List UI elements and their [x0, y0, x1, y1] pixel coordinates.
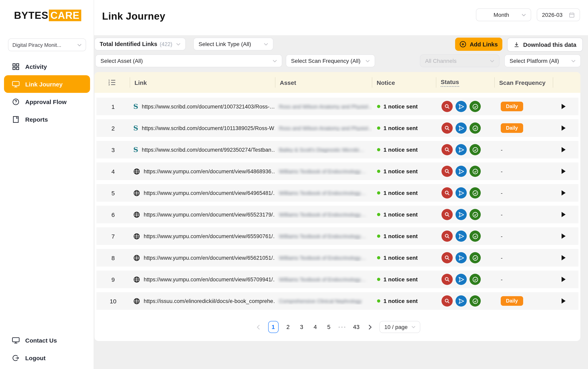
pagination-page-2[interactable]: 2: [284, 321, 292, 333]
check-circle-icon: [472, 255, 478, 261]
link-url[interactable]: https://www.scribd.com/document/10113890…: [142, 125, 275, 131]
scan-status-icon[interactable]: [442, 231, 453, 242]
scan-status-icon[interactable]: [442, 187, 453, 198]
play-icon: [561, 277, 566, 282]
status-column-header[interactable]: Status: [436, 72, 494, 93]
row-number: 8: [96, 254, 130, 261]
notice-sent-status-icon[interactable]: [455, 252, 467, 263]
notice-sent-status-icon[interactable]: [455, 231, 467, 242]
expand-row-button[interactable]: [553, 147, 578, 153]
expand-row-button[interactable]: [553, 298, 578, 304]
add-links-button[interactable]: Add Links: [455, 38, 502, 51]
pagination-page-4[interactable]: 4: [311, 321, 319, 333]
total-links-filter[interactable]: Total Identified Links(422): [94, 38, 186, 51]
link-url[interactable]: https://issuu.com/elinoredickiil/docs/e-…: [144, 298, 275, 304]
notice-sent-status-icon[interactable]: [455, 209, 467, 220]
client-select[interactable]: Digital Piracy Monit...: [8, 38, 86, 51]
pagination-ellipsis[interactable]: •••: [339, 321, 347, 333]
expand-row-button[interactable]: [553, 255, 578, 261]
scan-status-icon[interactable]: [442, 274, 453, 285]
link-type-filter[interactable]: Select Link Type (All): [193, 38, 273, 51]
approved-status-icon[interactable]: [470, 101, 481, 112]
asset-filter-value: Select Asset (All): [101, 58, 143, 64]
sidebar-item-approval-flow[interactable]: Approval Flow: [0, 93, 94, 111]
notice-text: 1 notice sent: [383, 211, 418, 218]
link-url[interactable]: https://www.scribd.com/document/10073214…: [142, 103, 275, 110]
approved-status-icon[interactable]: [470, 274, 481, 285]
approved-status-icon[interactable]: [470, 144, 481, 155]
approved-status-icon[interactable]: [470, 166, 481, 177]
scan-status-icon[interactable]: [442, 101, 453, 112]
sidebar: BYTESCARE Digital Piracy Monit... Activi…: [0, 0, 94, 369]
link-url[interactable]: https://www.yumpu.com/en/document/view/6…: [144, 212, 275, 217]
magnifier-icon: [444, 168, 450, 174]
expand-row-button[interactable]: [553, 190, 578, 196]
pagination-page-5[interactable]: 5: [325, 321, 333, 333]
scan-frequency-column-header: Scan Frequency: [494, 72, 553, 93]
link-url[interactable]: https://www.yumpu.com/en/document/view/6…: [144, 255, 275, 261]
pagination-page-1[interactable]: 1: [268, 321, 279, 333]
chevron-down-icon: [412, 326, 416, 328]
page-size-select[interactable]: 10 / page: [380, 321, 421, 333]
pagination-prev-button[interactable]: [254, 321, 262, 333]
sidebar-item-link-journey[interactable]: Link Journey: [4, 75, 90, 93]
link-url[interactable]: https://www.yumpu.com/en/document/view/6…: [144, 276, 275, 282]
sidebar-item-logout[interactable]: Logout: [0, 349, 94, 367]
calendar-icon: [569, 12, 575, 18]
notice-sent-status-icon[interactable]: [455, 144, 467, 155]
expand-row-button[interactable]: [553, 104, 578, 109]
sidebar-item-label: Approval Flow: [25, 98, 67, 105]
check-circle-icon: [472, 233, 478, 239]
link-url[interactable]: https://www.scribd.com/document/99235027…: [142, 147, 275, 153]
expand-row-button[interactable]: [553, 233, 578, 239]
date-picker[interactable]: 2026-03: [537, 8, 580, 21]
scan-status-icon[interactable]: [442, 252, 453, 263]
notice-text: 1 notice sent: [383, 125, 418, 131]
expand-row-button[interactable]: [553, 212, 578, 217]
asset-name-blurred: Williams Textbook of Endocrinology…: [279, 190, 366, 196]
platform-filter[interactable]: Select Platform (All): [504, 54, 581, 67]
pagination-page-3[interactable]: 3: [298, 321, 306, 333]
asset-cell: Bailey & Scott's Diagnostic Microbi…: [275, 146, 372, 153]
notice-sent-status-icon[interactable]: [455, 166, 467, 177]
expand-row-button[interactable]: [553, 168, 578, 174]
scan-frequency-filter[interactable]: Select Scan Frequency (All): [286, 54, 375, 67]
expand-row-button[interactable]: [553, 125, 578, 131]
approved-status-icon[interactable]: [470, 187, 481, 198]
notice-sent-status-icon[interactable]: [455, 123, 467, 134]
notice-sent-status-icon[interactable]: [455, 101, 467, 112]
approved-status-icon[interactable]: [470, 231, 481, 242]
period-select[interactable]: Month: [476, 8, 531, 21]
approved-status-icon[interactable]: [470, 252, 481, 263]
play-icon: [561, 298, 566, 304]
notice-status-dot: [377, 105, 380, 108]
status-cell: [436, 252, 494, 263]
scan-status-icon[interactable]: [442, 295, 453, 307]
row-number: 10: [96, 297, 130, 304]
sidebar-item-reports[interactable]: Reports: [0, 111, 94, 128]
monitor-icon: [12, 81, 20, 87]
magnifier-icon: [444, 298, 450, 304]
sidebar-item-contact-us[interactable]: Contact Us: [0, 331, 94, 349]
notice-sent-status-icon[interactable]: [455, 274, 467, 285]
scan-status-icon[interactable]: [442, 166, 453, 177]
download-data-button[interactable]: Download this data: [507, 38, 583, 52]
scan-status-icon[interactable]: [442, 144, 453, 155]
approved-status-icon[interactable]: [470, 209, 481, 220]
pagination-page-last[interactable]: 43: [352, 321, 360, 333]
expand-row-button[interactable]: [553, 277, 578, 282]
approved-status-icon[interactable]: [470, 123, 481, 134]
asset-filter[interactable]: Select Asset (All): [95, 54, 282, 67]
link-url[interactable]: https://www.yumpu.com/en/document/view/6…: [144, 168, 275, 174]
approved-status-icon[interactable]: [470, 295, 481, 307]
link-url[interactable]: https://www.yumpu.com/en/document/view/6…: [144, 233, 275, 239]
sidebar-item-activity[interactable]: Activity: [0, 58, 94, 75]
notice-sent-status-icon[interactable]: [455, 295, 467, 307]
notice-cell: 1 notice sent: [372, 276, 436, 283]
link-url[interactable]: https://www.yumpu.com/en/document/view/6…: [144, 190, 275, 196]
pagination-next-button[interactable]: [366, 321, 374, 333]
notice-sent-status-icon[interactable]: [455, 187, 467, 198]
scan-status-icon[interactable]: [442, 123, 453, 134]
scan-status-icon[interactable]: [442, 209, 453, 220]
row-number: 2: [96, 125, 130, 132]
